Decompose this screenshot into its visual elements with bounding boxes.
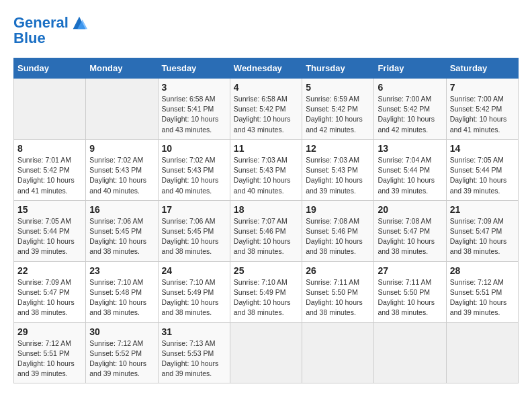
day-number: 11 — [234, 143, 298, 154]
day-info: Sunrise: 7:13 AMSunset: 5:53 PMDaylight:… — [162, 339, 219, 378]
calendar-cell: 4 Sunrise: 6:58 AMSunset: 5:42 PMDayligh… — [230, 79, 302, 140]
day-number: 9 — [89, 143, 154, 154]
weekday-friday: Friday — [374, 58, 446, 79]
weekday-wednesday: Wednesday — [230, 58, 302, 79]
weekday-saturday: Saturday — [446, 58, 518, 79]
calendar-cell: 27 Sunrise: 7:11 AMSunset: 5:50 PMDaylig… — [374, 261, 446, 322]
day-number: 24 — [162, 265, 226, 276]
calendar-cell: 9 Sunrise: 7:02 AMSunset: 5:43 PMDayligh… — [86, 139, 158, 200]
calendar-cell: 23 Sunrise: 7:10 AMSunset: 5:48 PMDaylig… — [86, 261, 158, 322]
calendar-cell: 28 Sunrise: 7:12 AMSunset: 5:51 PMDaylig… — [446, 261, 518, 322]
day-info: Sunrise: 7:07 AMSunset: 5:46 PMDaylight:… — [234, 217, 291, 256]
day-number: 13 — [378, 143, 442, 154]
day-info: Sunrise: 7:10 AMSunset: 5:49 PMDaylight:… — [234, 278, 291, 317]
day-number: 21 — [450, 204, 515, 215]
day-info: Sunrise: 7:08 AMSunset: 5:47 PMDaylight:… — [378, 217, 435, 256]
day-number: 3 — [162, 82, 226, 93]
day-number: 6 — [378, 82, 442, 93]
day-info: Sunrise: 7:05 AMSunset: 5:44 PMDaylight:… — [450, 156, 507, 195]
calendar-cell: 21 Sunrise: 7:09 AMSunset: 5:47 PMDaylig… — [446, 200, 518, 261]
day-info: Sunrise: 7:06 AMSunset: 5:45 PMDaylight:… — [162, 217, 219, 256]
calendar-cell: 15 Sunrise: 7:05 AMSunset: 5:44 PMDaylig… — [14, 200, 86, 261]
day-number: 17 — [162, 204, 226, 215]
day-number: 29 — [17, 326, 82, 337]
day-info: Sunrise: 7:05 AMSunset: 5:44 PMDaylight:… — [17, 217, 75, 256]
day-number: 28 — [450, 265, 515, 276]
day-info: Sunrise: 7:10 AMSunset: 5:48 PMDaylight:… — [89, 278, 146, 317]
day-number: 30 — [89, 326, 154, 337]
calendar-week-2: 8 Sunrise: 7:01 AMSunset: 5:42 PMDayligh… — [14, 139, 519, 200]
calendar-cell: 10 Sunrise: 7:02 AMSunset: 5:43 PMDaylig… — [158, 139, 230, 200]
weekday-sunday: Sunday — [14, 58, 86, 79]
day-info: Sunrise: 7:12 AMSunset: 5:52 PMDaylight:… — [89, 339, 146, 378]
calendar-cell: 13 Sunrise: 7:04 AMSunset: 5:44 PMDaylig… — [374, 139, 446, 200]
day-number: 23 — [89, 265, 154, 276]
calendar-cell: 14 Sunrise: 7:05 AMSunset: 5:44 PMDaylig… — [446, 139, 518, 200]
calendar-cell: 11 Sunrise: 7:03 AMSunset: 5:43 PMDaylig… — [230, 139, 302, 200]
calendar-cell: 30 Sunrise: 7:12 AMSunset: 5:52 PMDaylig… — [86, 322, 158, 383]
day-info: Sunrise: 7:12 AMSunset: 5:51 PMDaylight:… — [450, 278, 507, 317]
calendar-cell — [302, 322, 374, 383]
day-info: Sunrise: 7:02 AMSunset: 5:43 PMDaylight:… — [89, 156, 146, 195]
day-info: Sunrise: 6:59 AMSunset: 5:42 PMDaylight:… — [306, 95, 363, 134]
calendar-cell: 24 Sunrise: 7:10 AMSunset: 5:49 PMDaylig… — [158, 261, 230, 322]
calendar-cell: 19 Sunrise: 7:08 AMSunset: 5:46 PMDaylig… — [302, 200, 374, 261]
calendar-week-5: 29 Sunrise: 7:12 AMSunset: 5:51 PMDaylig… — [14, 322, 519, 383]
calendar-cell: 20 Sunrise: 7:08 AMSunset: 5:47 PMDaylig… — [374, 200, 446, 261]
calendar-cell: 12 Sunrise: 7:03 AMSunset: 5:43 PMDaylig… — [302, 139, 374, 200]
day-info: Sunrise: 7:10 AMSunset: 5:49 PMDaylight:… — [162, 278, 219, 317]
calendar-cell: 6 Sunrise: 7:00 AMSunset: 5:42 PMDayligh… — [374, 79, 446, 140]
day-info: Sunrise: 7:00 AMSunset: 5:42 PMDaylight:… — [378, 95, 435, 134]
calendar-cell — [230, 322, 302, 383]
day-info: Sunrise: 7:03 AMSunset: 5:43 PMDaylight:… — [306, 156, 363, 195]
calendar-cell: 16 Sunrise: 7:06 AMSunset: 5:45 PMDaylig… — [86, 200, 158, 261]
day-info: Sunrise: 6:58 AMSunset: 5:42 PMDaylight:… — [234, 95, 291, 134]
page-header: General Blue — [13, 13, 519, 47]
calendar-cell — [446, 322, 518, 383]
logo-text: General — [13, 15, 69, 31]
day-info: Sunrise: 6:58 AMSunset: 5:41 PMDaylight:… — [162, 95, 219, 134]
calendar-cell: 26 Sunrise: 7:11 AMSunset: 5:50 PMDaylig… — [302, 261, 374, 322]
day-number: 25 — [234, 265, 298, 276]
calendar-table: SundayMondayTuesdayWednesdayThursdayFrid… — [13, 58, 519, 383]
day-info: Sunrise: 7:11 AMSunset: 5:50 PMDaylight:… — [306, 278, 363, 317]
day-number: 27 — [378, 265, 442, 276]
calendar-cell: 7 Sunrise: 7:00 AMSunset: 5:42 PMDayligh… — [446, 79, 518, 140]
logo-icon — [70, 13, 89, 32]
calendar-week-1: 3 Sunrise: 6:58 AMSunset: 5:41 PMDayligh… — [14, 79, 519, 140]
day-info: Sunrise: 7:12 AMSunset: 5:51 PMDaylight:… — [17, 339, 75, 378]
day-number: 19 — [306, 204, 370, 215]
calendar-cell — [374, 322, 446, 383]
logo: General Blue — [13, 13, 89, 47]
weekday-thursday: Thursday — [302, 58, 374, 79]
day-number: 5 — [306, 82, 370, 93]
calendar-cell: 3 Sunrise: 6:58 AMSunset: 5:41 PMDayligh… — [158, 79, 230, 140]
day-info: Sunrise: 7:04 AMSunset: 5:44 PMDaylight:… — [378, 156, 435, 195]
day-info: Sunrise: 7:09 AMSunset: 5:47 PMDaylight:… — [17, 278, 75, 317]
day-number: 26 — [306, 265, 370, 276]
calendar-week-3: 15 Sunrise: 7:05 AMSunset: 5:44 PMDaylig… — [14, 200, 519, 261]
day-info: Sunrise: 7:00 AMSunset: 5:42 PMDaylight:… — [450, 95, 507, 134]
calendar-cell: 5 Sunrise: 6:59 AMSunset: 5:42 PMDayligh… — [302, 79, 374, 140]
weekday-tuesday: Tuesday — [158, 58, 230, 79]
day-info: Sunrise: 7:01 AMSunset: 5:42 PMDaylight:… — [17, 156, 75, 195]
day-number: 7 — [450, 82, 515, 93]
day-number: 22 — [17, 265, 82, 276]
day-number: 14 — [450, 143, 515, 154]
calendar-cell — [86, 79, 158, 140]
calendar-cell: 8 Sunrise: 7:01 AMSunset: 5:42 PMDayligh… — [14, 139, 86, 200]
weekday-header-row: SundayMondayTuesdayWednesdayThursdayFrid… — [14, 58, 519, 79]
calendar-cell: 31 Sunrise: 7:13 AMSunset: 5:53 PMDaylig… — [158, 322, 230, 383]
calendar-cell: 18 Sunrise: 7:07 AMSunset: 5:46 PMDaylig… — [230, 200, 302, 261]
day-number: 16 — [89, 204, 154, 215]
day-number: 20 — [378, 204, 442, 215]
day-info: Sunrise: 7:09 AMSunset: 5:47 PMDaylight:… — [450, 217, 507, 256]
day-number: 31 — [162, 326, 226, 337]
day-number: 4 — [234, 82, 298, 93]
day-number: 15 — [17, 204, 82, 215]
calendar-cell — [14, 79, 86, 140]
calendar-week-4: 22 Sunrise: 7:09 AMSunset: 5:47 PMDaylig… — [14, 261, 519, 322]
day-info: Sunrise: 7:06 AMSunset: 5:45 PMDaylight:… — [89, 217, 146, 256]
day-info: Sunrise: 7:02 AMSunset: 5:43 PMDaylight:… — [162, 156, 219, 195]
day-info: Sunrise: 7:03 AMSunset: 5:43 PMDaylight:… — [234, 156, 291, 195]
